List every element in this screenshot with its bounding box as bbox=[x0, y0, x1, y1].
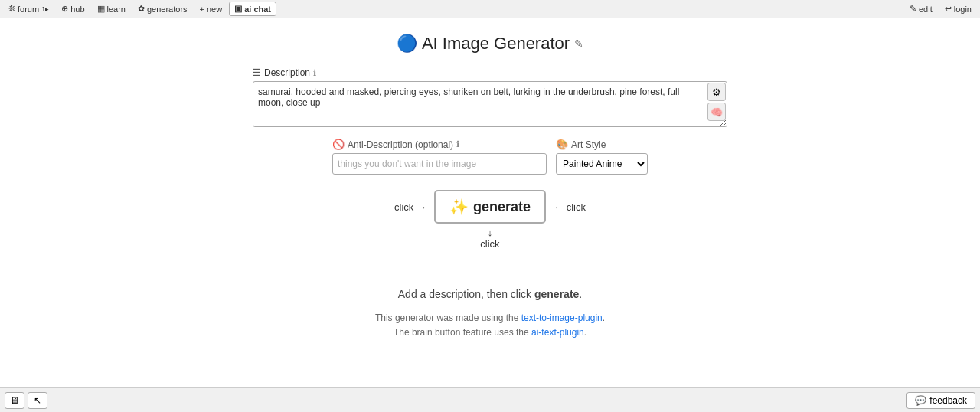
globe-icon: 🔵 bbox=[397, 34, 417, 54]
textarea-buttons: ⚙ 🧠 bbox=[707, 83, 726, 121]
hub-icon: ⊕ bbox=[61, 4, 68, 14]
feedback-icon: 💬 bbox=[915, 395, 926, 406]
sparkle-icon: ✨ bbox=[449, 198, 469, 216]
generate-btn-label: generate bbox=[473, 199, 531, 215]
description-section: ☰ Description ℹ samurai, hooded and mask… bbox=[253, 67, 727, 129]
plugin-text2: The brain button feature uses the bbox=[394, 327, 531, 338]
description-wrapper: samurai, hooded and masked, piercing eye… bbox=[253, 81, 727, 129]
nav-item-edit[interactable]: ✎ edit bbox=[904, 2, 938, 16]
anti-description-info-icon[interactable]: ℹ bbox=[456, 139, 459, 149]
learn-icon: ▦ bbox=[97, 4, 105, 14]
top-nav: ❊ forum 1▸ ⊕ hub ▦ learn ✿ generators + … bbox=[0, 0, 980, 18]
nav-item-forum[interactable]: ❊ forum 1▸ bbox=[3, 2, 54, 16]
page-title: AI Image Generator bbox=[422, 34, 570, 54]
generators-icon: ✿ bbox=[138, 4, 145, 14]
no-icon: 🚫 bbox=[332, 139, 345, 150]
nav-item-hub[interactable]: ⊕ hub bbox=[56, 2, 90, 16]
feedback-button[interactable]: 💬 feedback bbox=[906, 392, 975, 409]
palette-icon: 🎨 bbox=[556, 139, 568, 150]
edit-nav-icon: ✎ bbox=[910, 4, 916, 14]
nav-label-edit: edit bbox=[919, 5, 933, 14]
art-style-label-text: Art Style bbox=[571, 139, 606, 150]
plugin-link1[interactable]: text-to-image-plugin bbox=[521, 312, 603, 323]
ai-chat-icon: ▣ bbox=[234, 4, 242, 14]
click-right-text: ← click bbox=[554, 201, 586, 213]
nav-label-ai-chat: ai chat bbox=[244, 5, 271, 14]
plugin-text1: This generator was made using the bbox=[375, 312, 521, 323]
nav-label-forum: forum bbox=[18, 5, 39, 14]
generate-area: click → ✨ generate ← click ↓ click bbox=[394, 190, 586, 250]
login-icon: ↩ bbox=[945, 4, 952, 14]
click-left-text: click → bbox=[394, 201, 426, 213]
doc-icon: ☰ bbox=[253, 67, 261, 78]
anti-description-input[interactable] bbox=[332, 153, 547, 175]
click-down-text: click bbox=[480, 238, 499, 250]
anti-description-label: 🚫 Anti-Description (optional) ℹ bbox=[332, 139, 547, 150]
art-style-label: 🎨 Art Style bbox=[556, 139, 648, 150]
art-style-select[interactable]: Painted Anime Realistic Digital Art Oil … bbox=[556, 153, 648, 175]
description-label: ☰ Description ℹ bbox=[253, 67, 727, 78]
description-info-icon[interactable]: ℹ bbox=[313, 68, 316, 78]
page-title-container: 🔵 AI Image Generator ✎ bbox=[397, 34, 583, 54]
forum-badge: 1▸ bbox=[41, 5, 49, 13]
description-label-text: Description bbox=[264, 67, 310, 78]
generate-row: click → ✨ generate ← click bbox=[394, 190, 586, 224]
nav-item-learn[interactable]: ▦ learn bbox=[92, 2, 131, 16]
down-arrow-icon: ↓ bbox=[488, 227, 493, 238]
feedback-label: feedback bbox=[929, 395, 967, 406]
info-main-end: . bbox=[579, 288, 582, 300]
art-style-section: 🎨 Art Style Painted Anime Realistic Digi… bbox=[556, 139, 648, 175]
nav-label-generators: generators bbox=[147, 5, 188, 14]
page-edit-icon[interactable]: ✎ bbox=[574, 38, 583, 50]
cursor-button[interactable]: ↖ bbox=[28, 392, 47, 409]
new-icon: + bbox=[200, 5, 204, 14]
plugin-info: This generator was made using the text-t… bbox=[375, 311, 605, 340]
bottom-bar: 🖥 ↖ 💬 feedback bbox=[0, 387, 980, 412]
click-down-area: ↓ click bbox=[480, 227, 499, 250]
nav-item-login[interactable]: ↩ login bbox=[939, 2, 977, 16]
options-row: 🚫 Anti-Description (optional) ℹ 🎨 Art St… bbox=[332, 139, 648, 175]
main-content: 🔵 AI Image Generator ✎ ☰ Description ℹ s… bbox=[0, 18, 980, 355]
nav-right: ✎ edit ↩ login bbox=[904, 2, 977, 16]
anti-description-label-text: Anti-Description (optional) bbox=[348, 139, 453, 150]
info-main-text: Add a description, then click bbox=[398, 288, 534, 300]
nav-label-new: new bbox=[207, 5, 222, 14]
generate-button[interactable]: ✨ generate bbox=[434, 190, 546, 224]
plugin-line2: The brain button feature uses the ai-tex… bbox=[375, 325, 605, 340]
nav-label-login: login bbox=[954, 5, 972, 14]
brain-button[interactable]: 🧠 bbox=[707, 103, 726, 121]
nav-item-new[interactable]: + new bbox=[194, 2, 228, 16]
nav-item-generators[interactable]: ✿ generators bbox=[132, 2, 193, 16]
nav-label-learn: learn bbox=[107, 5, 126, 14]
plugin-link2[interactable]: ai-text-plugin bbox=[531, 327, 584, 338]
bottom-left: 🖥 ↖ bbox=[5, 392, 47, 409]
info-text: Add a description, then click generate. bbox=[398, 288, 582, 300]
anti-description-section: 🚫 Anti-Description (optional) ℹ bbox=[332, 139, 547, 175]
display-icon: 🖥 bbox=[10, 395, 19, 406]
cursor-icon: ↖ bbox=[34, 395, 41, 406]
description-textarea[interactable]: samurai, hooded and masked, piercing eye… bbox=[253, 81, 727, 127]
info-main-bold: generate bbox=[534, 288, 579, 300]
nav-label-hub: hub bbox=[70, 5, 84, 14]
gear-button[interactable]: ⚙ bbox=[707, 83, 726, 101]
forum-icon: ❊ bbox=[8, 4, 15, 14]
plugin-line1: This generator was made using the text-t… bbox=[375, 311, 605, 325]
bottom-right: 💬 feedback bbox=[906, 392, 975, 409]
display-button[interactable]: 🖥 bbox=[5, 392, 24, 409]
nav-item-ai-chat[interactable]: ▣ ai chat bbox=[229, 2, 276, 16]
